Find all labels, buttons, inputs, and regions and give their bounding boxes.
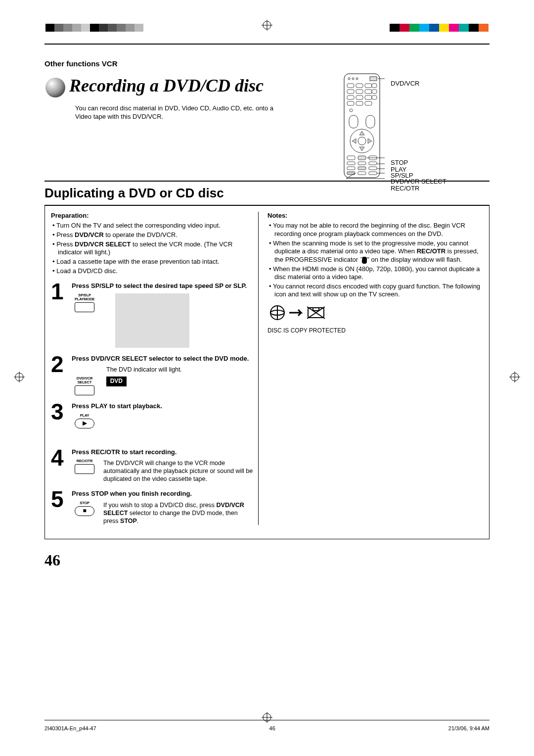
svg-rect-44 [347, 172, 355, 175]
svg-rect-46 [369, 172, 377, 175]
color-swatch [72, 24, 81, 32]
dvd-badge: DVD [106, 377, 127, 386]
step-3: 3 Press PLAY to start playback. PLAY ▶ [51, 402, 253, 428]
footer-page: 46 [269, 725, 275, 731]
svg-rect-21 [365, 90, 372, 94]
remote-label-recotr: REC/OTR [391, 185, 420, 192]
svg-rect-41 [347, 167, 355, 170]
step-2: 2 Press DVD/VCR SELECT selector to selec… [51, 355, 253, 395]
dvdvcr-select-button-icon: DVD/VCR SELECT [75, 377, 94, 395]
crop-marks-top [44, 20, 490, 35]
step-number: 4 [51, 448, 68, 483]
step-title: Press SP/SLP to select the desired tape … [72, 282, 253, 290]
svg-rect-25 [365, 95, 372, 99]
prep-item: Load a DVD/CD disc. [58, 267, 253, 276]
prep-item: Press DVD/VCR SELECT to select the VCR m… [58, 240, 253, 257]
spslp-button-icon: SP/SLP PLAYMODE [75, 293, 94, 312]
preparation-list: Turn ON the TV and select the correspond… [51, 222, 253, 275]
svg-point-9 [45, 78, 65, 97]
svg-rect-17 [365, 84, 372, 88]
svg-rect-24 [356, 95, 363, 99]
copy-protected-text: DISC IS COPY PROTECTED [267, 327, 483, 334]
color-swatch [63, 24, 72, 32]
play-button-icon: PLAY ▶ [75, 414, 94, 428]
step-title: Press DVD/VCR SELECT selector to select … [72, 355, 253, 363]
step-number: 1 [51, 282, 68, 348]
note-item: You may not be able to record the beginn… [274, 222, 483, 238]
step-note: The DVD indicator will light. [106, 366, 253, 374]
svg-rect-28 [356, 101, 363, 105]
svg-rect-31 [349, 115, 358, 128]
crop-crosshair-bottom [262, 712, 272, 723]
svg-rect-42 [358, 167, 366, 170]
preparation-heading: Preparation: [51, 212, 253, 220]
color-swatch [400, 24, 409, 32]
svg-rect-19 [347, 90, 354, 94]
color-swatch [449, 24, 459, 32]
svg-rect-27 [347, 101, 354, 105]
svg-rect-18 [372, 84, 377, 88]
step-title: Press STOP when you finish recording. [72, 490, 253, 498]
tv-screen-placeholder [115, 293, 189, 348]
crop-crosshair-left [14, 372, 25, 384]
svg-rect-15 [347, 84, 354, 88]
notes-list: You may not be able to record the beginn… [267, 222, 483, 299]
color-swatch [469, 24, 479, 32]
svg-rect-16 [356, 84, 363, 88]
step-number: 3 [51, 402, 68, 428]
crop-crosshair-right [509, 372, 520, 384]
color-swatch [409, 24, 419, 32]
svg-rect-40 [369, 162, 377, 165]
color-swatch [90, 24, 99, 32]
color-swatch [479, 24, 489, 32]
svg-rect-39 [358, 162, 366, 165]
color-swatch [134, 24, 143, 32]
color-swatch [429, 24, 439, 32]
color-swatch [117, 24, 126, 32]
svg-rect-45 [358, 172, 366, 175]
notes-heading: Notes: [267, 212, 483, 220]
note-item: When the HDMI mode is ON (480p, 720p, 10… [274, 265, 483, 282]
step-number: 5 [51, 490, 68, 525]
color-swatch [108, 24, 117, 32]
color-swatch [439, 24, 449, 32]
step-5: 5 Press STOP when you finish recording. … [51, 490, 253, 525]
step-4: 4 Press REC/OTR to start recording. REC/… [51, 448, 253, 483]
svg-rect-26 [372, 95, 377, 99]
svg-rect-58 [313, 308, 319, 311]
color-swatch [99, 24, 108, 32]
footer-file: 2I40301A-En_p44-47 [44, 725, 96, 731]
prep-item: Turn ON the TV and select the correspond… [58, 222, 253, 230]
intro-text: You can record disc material in DVD, Vid… [75, 104, 283, 121]
recotr-button-icon: REC/OTR [75, 459, 94, 483]
svg-rect-23 [347, 95, 354, 99]
note-item: You cannot record discs encoded with cop… [274, 283, 483, 299]
svg-rect-35 [347, 156, 355, 160]
svg-rect-20 [356, 90, 363, 94]
color-swatch [45, 24, 54, 32]
sphere-icon [44, 77, 66, 101]
page-title: Recording a DVD/CD disc [44, 77, 331, 101]
page-number: 46 [44, 551, 490, 569]
remote-diagram [341, 72, 385, 181]
color-swatch [459, 24, 469, 32]
note-item: When the scanning mode is set to the pro… [274, 239, 483, 264]
prep-item: Load a cassette tape with the erase prev… [58, 258, 253, 266]
svg-rect-29 [365, 101, 372, 105]
color-swatch [81, 24, 90, 32]
svg-rect-14 [370, 77, 377, 81]
svg-point-34 [358, 137, 366, 145]
page-title-text: Recording a DVD/CD disc [69, 76, 264, 95]
crop-crosshair-top [262, 20, 272, 31]
svg-rect-43 [369, 167, 377, 170]
prep-item: Press DVD/VCR to operate the DVD/VCR. [58, 231, 253, 239]
color-swatch [54, 24, 63, 32]
svg-rect-36 [358, 156, 366, 160]
stop-button-icon: STOP ■ [75, 501, 94, 525]
step-title: Press PLAY to start playback. [72, 402, 253, 411]
footer: 2I40301A-En_p44-47 46 21/3/06, 9:44 AM [44, 720, 490, 731]
svg-rect-22 [372, 90, 377, 94]
step-number: 2 [51, 355, 68, 395]
step-1: 1 Press SP/SLP to select the desired tap… [51, 282, 253, 348]
color-swatch [390, 24, 400, 32]
